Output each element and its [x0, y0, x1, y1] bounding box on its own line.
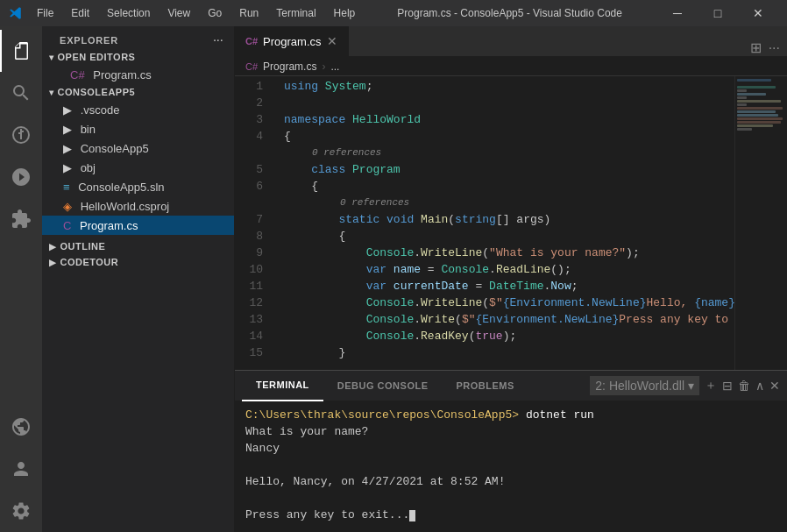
- folder-name: bin: [81, 123, 96, 136]
- open-editor-program-cs[interactable]: C# Program.cs ✕: [42, 65, 234, 84]
- menu-view[interactable]: View: [160, 5, 197, 21]
- folder-icon: ▶: [63, 123, 72, 136]
- open-editors-section[interactable]: ▾ Open Editors: [42, 49, 234, 65]
- terminal-line-2: What is your name?: [245, 423, 776, 440]
- minimap: [734, 76, 787, 370]
- sidebar-header: Explorer ···: [42, 26, 234, 49]
- activity-bar: [0, 26, 42, 532]
- file-cs-icon: C#: [70, 68, 85, 82]
- minimize-button[interactable]: ─: [657, 0, 698, 26]
- activity-remote-explorer[interactable]: [0, 406, 42, 448]
- activity-source-control[interactable]: [0, 114, 42, 156]
- maximize-button[interactable]: □: [698, 0, 738, 26]
- code-line-14: Console.ReadKey(true);: [284, 328, 734, 344]
- class-refs: 0 references: [284, 145, 734, 161]
- folder-obj[interactable]: ▶ obj: [42, 158, 234, 177]
- menu-selection[interactable]: Selection: [100, 5, 157, 21]
- consoleapp5-label: CONSOLEAPP5: [58, 87, 136, 97]
- activity-explorer[interactable]: [0, 30, 42, 72]
- folder-icon: ▶: [63, 103, 72, 117]
- menu-terminal[interactable]: Terminal: [269, 5, 323, 21]
- titlebar-left: File Edit Selection View Go Run Terminal…: [9, 5, 362, 21]
- vscode-logo-icon: [9, 6, 23, 20]
- terminal-line-3: Nancy: [245, 440, 776, 457]
- code-line-6: {: [284, 178, 734, 195]
- folder-name: obj: [81, 161, 96, 174]
- panel-tab-terminal[interactable]: TERMINAL: [242, 371, 323, 401]
- folder-consoleapp5[interactable]: ▶ ConsoleApp5: [42, 138, 234, 158]
- activity-extensions[interactable]: [0, 198, 42, 240]
- csproj-file-icon: ◈: [63, 200, 72, 213]
- menu-go[interactable]: Go: [201, 5, 229, 21]
- code-line-3: namespace HelloWorld: [284, 111, 734, 128]
- menu-edit[interactable]: Edit: [64, 5, 96, 21]
- panel-tab-debug-console[interactable]: DEBUG CONSOLE: [323, 371, 443, 401]
- file-csproj[interactable]: ◈ HelloWorld.csproj: [42, 196, 234, 216]
- menu-file[interactable]: File: [30, 5, 60, 21]
- panel-tab-problems[interactable]: PROBLEMS: [443, 371, 528, 401]
- code-line-12: Console.WriteLine($"{Environment.NewLine…: [284, 294, 734, 311]
- kill-terminal-button[interactable]: 🗑: [738, 379, 750, 393]
- split-editor-icon[interactable]: ⊞: [750, 39, 762, 56]
- code-editor[interactable]: 1234 5 6 7 891011 12131415 using System;…: [235, 76, 787, 370]
- editor-area: C# Program.cs ✕ ⊞ ··· C# Program.cs › ..…: [235, 26, 787, 532]
- folder-vscode[interactable]: ▶ .vscode: [42, 100, 234, 119]
- main-refs: 0 references: [284, 195, 734, 211]
- code-line-15: }: [284, 344, 734, 361]
- open-editor-name: Program.cs: [93, 68, 151, 82]
- activity-settings[interactable]: [0, 490, 42, 532]
- activity-account[interactable]: [0, 448, 42, 490]
- line-numbers: 1234 5 6 7 891011 12131415: [235, 76, 270, 370]
- outline-label: Outline: [60, 241, 106, 252]
- code-line-2: [284, 95, 734, 111]
- code-line-11: var currentDate = DateTime.Now;: [284, 278, 734, 294]
- cs-file-icon: C: [63, 219, 71, 232]
- activity-run-debug[interactable]: [0, 156, 42, 198]
- activity-search[interactable]: [0, 72, 42, 114]
- consoleapp5-section[interactable]: ▾ CONSOLEAPP5: [42, 84, 234, 100]
- code-line-4: {: [284, 128, 734, 145]
- sidebar-menu-button[interactable]: ···: [213, 35, 223, 46]
- code-line-13: Console.Write($"{Environment.NewLine}Pre…: [284, 311, 734, 328]
- file-sln-name: ConsoleApp5.sln: [78, 181, 164, 194]
- split-terminal-button[interactable]: ⊟: [722, 379, 733, 393]
- code-line-8: {: [284, 228, 734, 245]
- close-button[interactable]: ✕: [738, 0, 778, 26]
- tab-bar-right: ⊞ ···: [750, 39, 787, 56]
- code-line-7: static void Main(string[] args): [284, 211, 734, 228]
- title-bar: File Edit Selection View Go Run Terminal…: [0, 0, 787, 26]
- editor-tab-program-cs[interactable]: C# Program.cs ✕: [235, 26, 349, 56]
- code-line-10: var name = Console.ReadLine();: [284, 261, 734, 278]
- open-editors-chevron: ▾: [49, 53, 54, 62]
- terminal-content[interactable]: C:\Users\thrak\source\repos\ConsoleApp5>…: [235, 401, 787, 532]
- codetour-section[interactable]: ▶ CodeTour: [42, 254, 234, 270]
- code-line-5: class Program: [284, 161, 734, 178]
- open-editors-label: Open Editors: [58, 52, 136, 62]
- folder-name: .vscode: [81, 103, 120, 117]
- maximize-panel-button[interactable]: ∧: [755, 379, 764, 393]
- add-terminal-button[interactable]: ＋: [705, 378, 717, 394]
- code-content[interactable]: using System; namespace HelloWorld { 0 r…: [270, 76, 734, 370]
- more-actions-icon[interactable]: ···: [769, 40, 780, 56]
- main-layout: Explorer ··· ▾ Open Editors C# Program.c…: [0, 26, 787, 532]
- breadcrumb-path[interactable]: ...: [330, 60, 339, 73]
- outline-section[interactable]: ▶ Outline: [42, 238, 234, 254]
- breadcrumb-cs-icon: C#: [245, 61, 258, 72]
- file-sln[interactable]: ≡ ConsoleApp5.sln: [42, 177, 234, 196]
- close-panel-button[interactable]: ✕: [769, 379, 780, 393]
- tab-close-button[interactable]: ✕: [327, 34, 337, 48]
- breadcrumb-sep: ›: [322, 60, 325, 73]
- tab-label: Program.cs: [263, 35, 321, 48]
- terminal-selector[interactable]: 2: HelloWorld.dll ▾: [590, 376, 699, 395]
- terminal-line-1: C:\Users\thrak\source\repos\ConsoleApp5>…: [245, 407, 776, 423]
- terminal-line-6: [245, 490, 776, 507]
- terminal-line-7: Press any key to exit...: [245, 507, 776, 523]
- menu-help[interactable]: Help: [327, 5, 363, 21]
- file-program-cs[interactable]: C Program.cs: [42, 216, 234, 235]
- folder-bin[interactable]: ▶ bin: [42, 119, 234, 138]
- folder-icon: ▶: [63, 142, 72, 155]
- terminal-line-4: [245, 457, 776, 473]
- code-line-9: Console.WriteLine("What is your name?");: [284, 245, 734, 261]
- breadcrumb-file[interactable]: Program.cs: [263, 60, 316, 73]
- menu-run[interactable]: Run: [232, 5, 266, 21]
